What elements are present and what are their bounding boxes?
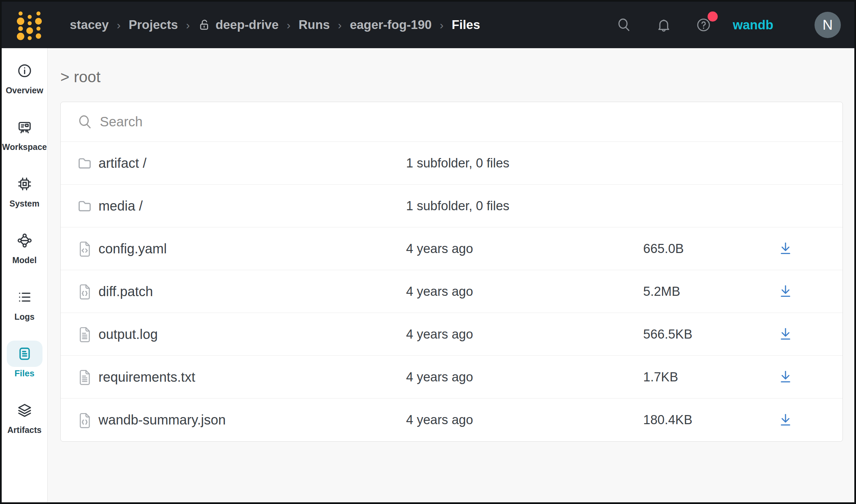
- download-cell: [744, 282, 826, 301]
- sidebar-item-workspace[interactable]: Workspace: [2, 114, 47, 152]
- download-icon: [780, 370, 791, 384]
- navbar-actions: wandb N: [616, 12, 841, 38]
- file-type-icon: [77, 283, 99, 300]
- file-row[interactable]: wandb-summary.json4 years ago180.4KB: [61, 399, 842, 441]
- download-icon: [780, 327, 791, 341]
- sidebar-item-artifacts[interactable]: Artifacts: [7, 397, 42, 435]
- download-button[interactable]: [776, 325, 795, 344]
- sidebar-item-label: Artifacts: [7, 425, 41, 435]
- download-icon: [780, 285, 791, 298]
- download-icon: [780, 242, 791, 255]
- download-cell: [744, 239, 826, 258]
- sidebar-item-model[interactable]: Model: [7, 228, 42, 265]
- breadcrumb-separator: ›: [338, 19, 342, 32]
- sidebar-item-overview[interactable]: Overview: [6, 58, 43, 95]
- file-meta: 4 years ago: [406, 284, 643, 299]
- breadcrumb-item-deep-drive[interactable]: deep-drive: [198, 18, 278, 32]
- top-navbar: stacey›Projects›deep-drive›Runs›eager-fo…: [2, 2, 854, 48]
- file-type-icon: [77, 412, 99, 428]
- file-row[interactable]: requirements.txt4 years ago1.7KB: [61, 356, 842, 399]
- breadcrumb: stacey›Projects›deep-drive›Runs›eager-fo…: [70, 18, 480, 32]
- breadcrumb-item-projects[interactable]: Projects: [129, 18, 178, 32]
- download-button[interactable]: [776, 411, 795, 430]
- sidebar-item-files[interactable]: Files: [7, 341, 42, 378]
- file-row[interactable]: media /1 subfolder, 0 files: [61, 185, 842, 228]
- breadcrumb-label: stacey: [70, 18, 108, 32]
- app-window: stacey›Projects›deep-drive›Runs›eager-fo…: [0, 0, 856, 504]
- files-icon: [7, 341, 42, 367]
- download-cell: [744, 367, 826, 386]
- breadcrumb-item-runs[interactable]: Runs: [298, 18, 330, 32]
- file-search-row: [61, 102, 842, 142]
- wandb-logo-icon[interactable]: [17, 9, 42, 41]
- breadcrumb-separator: ›: [186, 19, 190, 32]
- breadcrumb-label: Projects: [129, 18, 178, 32]
- system-icon: [7, 171, 42, 197]
- file-row[interactable]: output.log4 years ago566.5KB: [61, 313, 842, 356]
- file-meta: 1 subfolder, 0 files: [406, 199, 643, 213]
- search-icon: [616, 17, 632, 33]
- search-icon: [77, 114, 93, 130]
- wandb-team-link[interactable]: wandb: [733, 18, 773, 32]
- avatar[interactable]: N: [815, 12, 841, 38]
- download-button[interactable]: [776, 367, 795, 386]
- file-name: artifact /: [99, 156, 406, 171]
- download-button[interactable]: [776, 282, 795, 301]
- download-button[interactable]: [776, 239, 795, 258]
- run-sidebar: OverviewWorkspaceSystemModelLogsFilesArt…: [2, 48, 48, 502]
- download-icon: [780, 413, 791, 427]
- file-name: wandb-summary.json: [99, 412, 406, 428]
- file-name: output.log: [99, 327, 406, 342]
- sidebar-item-system[interactable]: System: [7, 171, 42, 209]
- breadcrumb-label: deep-drive: [216, 18, 278, 32]
- help-button[interactable]: [696, 17, 711, 33]
- file-meta: 4 years ago: [406, 241, 643, 256]
- notifications-button[interactable]: [656, 17, 671, 33]
- file-meta: 4 years ago: [406, 413, 643, 427]
- file-size: 5.2MB: [643, 284, 744, 299]
- file-name: config.yaml: [99, 241, 406, 256]
- file-search-input[interactable]: [100, 114, 826, 129]
- info-icon: [7, 58, 42, 84]
- download-cell: [744, 325, 826, 344]
- file-size: 566.5KB: [643, 327, 744, 342]
- search-button[interactable]: [616, 17, 632, 33]
- breadcrumb-item-files[interactable]: Files: [451, 18, 480, 32]
- lock-open-icon: [198, 19, 211, 31]
- file-size: 180.4KB: [643, 413, 744, 427]
- path-heading: > root: [61, 68, 854, 86]
- file-type-icon: [77, 240, 99, 257]
- download-cell: [744, 411, 826, 430]
- breadcrumb-separator: ›: [117, 19, 120, 32]
- sidebar-item-label: Files: [15, 368, 34, 378]
- sidebar-item-label: Overview: [6, 85, 43, 95]
- file-row[interactable]: diff.patch4 years ago5.2MB: [61, 270, 842, 313]
- model-icon: [7, 228, 42, 254]
- file-name: diff.patch: [99, 284, 406, 299]
- folder-icon: [77, 198, 99, 214]
- sidebar-item-label: System: [10, 198, 39, 209]
- bell-icon: [656, 17, 671, 33]
- file-row[interactable]: artifact /1 subfolder, 0 files: [61, 142, 842, 185]
- breadcrumb-label: Files: [451, 18, 480, 32]
- file-size: 1.7KB: [643, 370, 744, 384]
- breadcrumb-separator: ›: [440, 19, 444, 32]
- breadcrumb-separator: ›: [287, 19, 290, 32]
- file-row[interactable]: config.yaml4 years ago665.0B: [61, 228, 842, 270]
- file-name: requirements.txt: [99, 370, 406, 385]
- artifacts-icon: [7, 397, 42, 424]
- breadcrumb-label: Runs: [298, 18, 330, 32]
- breadcrumb-item-stacey[interactable]: stacey: [70, 18, 108, 32]
- file-size: 665.0B: [643, 241, 744, 256]
- breadcrumb-item-eager-fog-190[interactable]: eager-fog-190: [350, 18, 432, 32]
- workspace-icon: [7, 114, 42, 141]
- sidebar-item-logs[interactable]: Logs: [7, 284, 42, 322]
- sidebar-item-label: Workspace: [2, 142, 47, 152]
- folder-icon: [77, 155, 99, 171]
- file-meta: 4 years ago: [406, 370, 643, 384]
- files-main-panel: > root artifact /1 subfolder, 0 filesmed…: [48, 48, 854, 502]
- file-meta: 4 years ago: [406, 327, 643, 342]
- notification-dot: [707, 12, 718, 21]
- sidebar-item-label: Logs: [15, 312, 35, 322]
- file-type-icon: [77, 326, 99, 342]
